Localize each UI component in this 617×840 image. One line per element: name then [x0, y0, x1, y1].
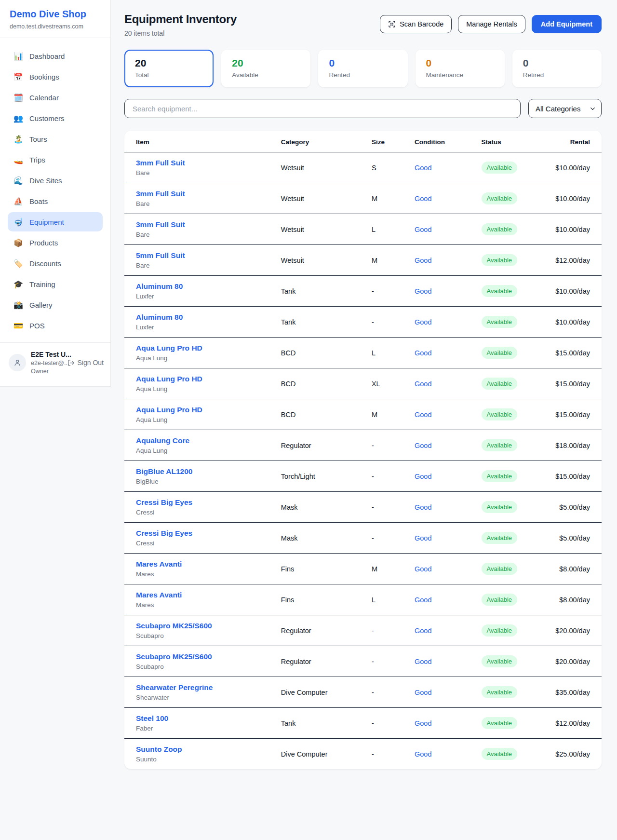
- condition-link[interactable]: Good: [415, 473, 431, 480]
- condition-link[interactable]: Good: [415, 719, 431, 727]
- sidebar-item-calendar[interactable]: 🗓️ Calendar: [8, 88, 103, 107]
- sign-out-button[interactable]: Sign Out: [67, 359, 104, 366]
- sidebar-item-training[interactable]: 🎓 Training: [8, 274, 103, 294]
- condition-link[interactable]: Good: [415, 534, 431, 542]
- condition-link[interactable]: Good: [415, 411, 431, 419]
- sidebar-item-gallery[interactable]: 📸 Gallery: [8, 295, 103, 314]
- category-select[interactable]: All Categories: [528, 99, 602, 118]
- stat-card-maintenance[interactable]: 0 Maintenance: [416, 50, 505, 87]
- item-link[interactable]: Aqua Lung Pro HD: [136, 375, 202, 383]
- search-input[interactable]: [124, 99, 521, 118]
- status-badge: Available: [482, 378, 518, 390]
- size-cell: L: [368, 584, 411, 615]
- stat-card-rented[interactable]: 0 Rented: [318, 50, 407, 87]
- item-link[interactable]: Aluminum 80: [136, 282, 183, 291]
- condition-link[interactable]: Good: [415, 195, 431, 203]
- size-cell: L: [368, 214, 411, 245]
- stat-card-available[interactable]: 20 Available: [221, 50, 310, 87]
- condition-link[interactable]: Good: [415, 318, 431, 326]
- sidebar-item-dive-sites[interactable]: 🌊 Dive Sites: [8, 171, 103, 190]
- status-badge: Available: [482, 624, 518, 637]
- item-link[interactable]: 3mm Full Suit: [136, 159, 185, 167]
- table-row: Cressi Big Eyes Cressi Mask - Good Avail…: [124, 492, 602, 523]
- boats-icon: ⛵: [13, 197, 23, 206]
- size-cell: -: [368, 739, 411, 770]
- table-row: Scubapro MK25/S600 Scubapro Regulator - …: [124, 615, 602, 646]
- sidebar-item-products[interactable]: 📦 Products: [8, 233, 103, 252]
- brand-link[interactable]: Demo Dive Shop: [10, 9, 101, 20]
- status-badge: Available: [482, 532, 518, 544]
- item-link[interactable]: Shearwater Peregrine: [136, 683, 213, 692]
- equipment-table: Item Category Size Condition Status Rent…: [124, 131, 602, 769]
- item-link[interactable]: Aluminum 80: [136, 313, 183, 322]
- condition-link[interactable]: Good: [415, 164, 431, 172]
- condition-link[interactable]: Good: [415, 380, 431, 388]
- rental-cell: $10.00/day: [549, 214, 602, 245]
- item-link[interactable]: Aqua Lung Pro HD: [136, 406, 202, 414]
- sidebar-item-dashboard[interactable]: 📊 Dashboard: [8, 46, 103, 66]
- sidebar-item-customers[interactable]: 👥 Customers: [8, 108, 103, 128]
- item-link[interactable]: Aqua Lung Pro HD: [136, 344, 202, 352]
- bookings-icon: 📅: [13, 72, 23, 81]
- condition-link[interactable]: Good: [415, 349, 431, 357]
- sidebar-item-trips[interactable]: 🚤 Trips: [8, 150, 103, 169]
- stat-card-retired[interactable]: 0 Retired: [512, 50, 602, 87]
- item-link[interactable]: BigBlue AL1200: [136, 467, 192, 476]
- condition-link[interactable]: Good: [415, 596, 431, 604]
- sidebar-item-bookings[interactable]: 📅 Bookings: [8, 67, 103, 86]
- item-link[interactable]: Cressi Big Eyes: [136, 529, 192, 538]
- table-row: 3mm Full Suit Bare Wetsuit L Good Availa…: [124, 214, 602, 245]
- item-link[interactable]: Scubapro MK25/S600: [136, 622, 212, 630]
- sidebar-item-boats[interactable]: ⛵ Boats: [8, 191, 103, 211]
- condition-link[interactable]: Good: [415, 750, 431, 758]
- sidebar-item-label: Trips: [29, 156, 45, 164]
- column-header-size: Size: [368, 131, 411, 152]
- rental-cell: $15.00/day: [549, 461, 602, 492]
- condition-link[interactable]: Good: [415, 565, 431, 573]
- item-link[interactable]: Steel 100: [136, 714, 168, 723]
- condition-link[interactable]: Good: [415, 503, 431, 511]
- condition-link[interactable]: Good: [415, 689, 431, 696]
- condition-link[interactable]: Good: [415, 257, 431, 264]
- category-cell: Wetsuit: [277, 152, 368, 183]
- add-equipment-button[interactable]: Add Equipment: [532, 15, 602, 33]
- item-link[interactable]: Mares Avanti: [136, 560, 182, 569]
- table-header-row: Item Category Size Condition Status Rent…: [124, 131, 602, 152]
- sidebar-item-label: POS: [29, 322, 45, 330]
- condition-link[interactable]: Good: [415, 287, 431, 295]
- item-link[interactable]: 3mm Full Suit: [136, 190, 185, 198]
- item-link[interactable]: 5mm Full Suit: [136, 251, 185, 260]
- item-link[interactable]: Scubapro MK25/S600: [136, 652, 212, 661]
- item-brand: Cressi: [136, 540, 273, 547]
- condition-link[interactable]: Good: [415, 658, 431, 665]
- item-link[interactable]: Aqualung Core: [136, 436, 189, 445]
- items-total-subtitle: 20 items total: [124, 29, 237, 37]
- item-link[interactable]: Cressi Big Eyes: [136, 498, 192, 507]
- status-badge: Available: [482, 408, 518, 420]
- item-brand: Faber: [136, 725, 273, 732]
- scan-barcode-button[interactable]: Scan Barcode: [380, 15, 452, 33]
- table-row: Suunto Zoop Suunto Dive Computer - Good …: [124, 739, 602, 770]
- sidebar-item-label: Equipment: [29, 218, 64, 226]
- item-link[interactable]: Suunto Zoop: [136, 745, 182, 754]
- sidebar-item-tours[interactable]: 🏝️ Tours: [8, 129, 103, 149]
- category-cell: Wetsuit: [277, 183, 368, 214]
- sidebar-item-pos[interactable]: 💳 POS: [8, 316, 103, 335]
- item-link[interactable]: Mares Avanti: [136, 591, 182, 599]
- table-row: Aqua Lung Pro HD Aqua Lung BCD M Good Av…: [124, 399, 602, 430]
- condition-link[interactable]: Good: [415, 627, 431, 635]
- item-link[interactable]: 3mm Full Suit: [136, 220, 185, 229]
- size-cell: S: [368, 152, 411, 183]
- calendar-icon: 🗓️: [13, 93, 23, 102]
- rental-cell: $10.00/day: [549, 152, 602, 183]
- brand-domain: demo.test.divestreams.com: [10, 23, 101, 30]
- sidebar-item-equipment[interactable]: 🤿 Equipment: [8, 212, 103, 231]
- stat-value: 20: [135, 57, 203, 69]
- condition-link[interactable]: Good: [415, 226, 431, 233]
- condition-link[interactable]: Good: [415, 442, 431, 449]
- user-email: e2e-tester@...: [31, 360, 63, 366]
- stat-card-total[interactable]: 20 Total: [124, 50, 214, 87]
- dive-sites-icon: 🌊: [13, 176, 23, 185]
- sidebar-item-discounts[interactable]: 🏷️ Discounts: [8, 254, 103, 273]
- manage-rentals-button[interactable]: Manage Rentals: [458, 15, 525, 33]
